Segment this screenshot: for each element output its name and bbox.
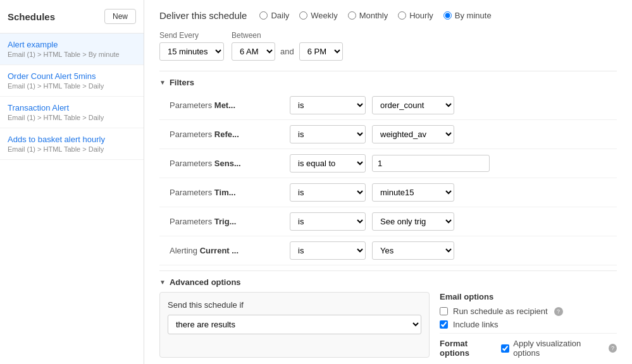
filter-label-5: Alerting Current ... bbox=[170, 246, 283, 255]
between-to-select[interactable]: 6 PM7 PM8 PM bbox=[299, 42, 343, 61]
new-button[interactable]: New bbox=[104, 9, 136, 24]
deliver-title: Deliver this schedule bbox=[159, 10, 247, 21]
send-if-box: Send this schedule if there are results … bbox=[159, 292, 430, 358]
filter-condition-3[interactable]: isis equal tois notcontainsis null bbox=[290, 183, 366, 202]
filter-value-4[interactable]: See only trig bbox=[372, 212, 454, 231]
filter-label-0: Parameters Met... bbox=[170, 100, 283, 110]
include-links-row: Include links bbox=[440, 320, 617, 329]
filter-label-1: Parameters Refe... bbox=[170, 130, 283, 139]
frequency-option-monthly[interactable]: Monthly bbox=[348, 11, 388, 20]
frequency-radio-2[interactable] bbox=[348, 11, 356, 20]
sidebar-item-3[interactable]: Adds to basket alert hourly Email (1) > … bbox=[0, 128, 144, 160]
filters-toggle[interactable]: ▼ Filters bbox=[159, 71, 617, 91]
filter-label-3: Parameters Tim... bbox=[170, 188, 283, 197]
filter-value-5[interactable]: Yes bbox=[372, 241, 454, 260]
filter-rows: Parameters Met...isis equal tois notcont… bbox=[159, 91, 617, 265]
frequency-label-2: Monthly bbox=[359, 11, 388, 20]
sidebar-item-name-1: Order Count Alert 5mins bbox=[8, 71, 136, 81]
filter-value-1[interactable]: weighted_av bbox=[372, 125, 454, 143]
between-label: Between bbox=[232, 31, 343, 40]
sidebar-item-name-2: Transaction Alert bbox=[8, 103, 136, 112]
filter-value-3[interactable]: minute15 bbox=[372, 183, 454, 202]
format-options-row: Format options Apply visualization optio… bbox=[440, 333, 617, 358]
apply-viz-label: Apply visualization options bbox=[513, 339, 604, 358]
frequency-radio-0[interactable] bbox=[259, 11, 268, 20]
sidebar-items-list: Alert example Email (1) > HTML Table > B… bbox=[0, 33, 144, 160]
filter-label-2: Parameters Sens... bbox=[170, 159, 283, 168]
run-as-info-icon[interactable]: ? bbox=[554, 307, 563, 316]
include-links-checkbox[interactable] bbox=[440, 320, 448, 329]
filter-row-0: Parameters Met...isis equal tois notcont… bbox=[159, 91, 617, 120]
send-if-title: Send this schedule if bbox=[168, 300, 421, 310]
send-every-field: Send Every 15 minutes 5 minutes 30 minut… bbox=[159, 31, 224, 61]
sidebar-item-sub-0: Email (1) > HTML Table > By minute bbox=[8, 51, 136, 58]
filter-row-5: Alerting Current ...isis equal tois notc… bbox=[159, 236, 617, 265]
email-options-box: Email options Run schedule as recipient … bbox=[440, 292, 617, 358]
filter-row-4: Parameters Trig...isis equal tois notcon… bbox=[159, 207, 617, 236]
frequency-option-hourly[interactable]: Hourly bbox=[398, 11, 433, 20]
sidebar-item-sub-2: Email (1) > HTML Table > Daily bbox=[8, 114, 136, 121]
advanced-content: Send this schedule if there are results … bbox=[159, 292, 617, 358]
sidebar-item-1[interactable]: Order Count Alert 5mins Email (1) > HTML… bbox=[0, 65, 144, 97]
run-as-recipient-row: Run schedule as recipient ? bbox=[440, 306, 617, 316]
advanced-label: Advanced options bbox=[170, 277, 241, 287]
advanced-toggle[interactable]: ▼ Advanced options bbox=[159, 271, 617, 292]
frequency-radio-1[interactable] bbox=[299, 11, 307, 20]
sidebar-item-name-0: Alert example bbox=[8, 40, 136, 49]
filter-row-2: Parameters Sens...isis equal tois notcon… bbox=[159, 149, 617, 178]
frequency-label-1: Weekly bbox=[311, 11, 337, 20]
sidebar-item-0[interactable]: Alert example Email (1) > HTML Table > B… bbox=[0, 33, 144, 65]
email-options-title: Email options bbox=[440, 292, 617, 301]
main-content: Deliver this schedule DailyWeeklyMonthly… bbox=[144, 0, 632, 364]
include-links-label: Include links bbox=[453, 320, 499, 329]
filters-label: Filters bbox=[170, 78, 194, 87]
format-options-label: Format options bbox=[440, 339, 496, 358]
apply-viz-check: Apply visualization options ? bbox=[501, 339, 617, 358]
advanced-section: ▼ Advanced options Send this schedule if… bbox=[159, 270, 617, 358]
sidebar-header: Schedules New bbox=[0, 0, 144, 33]
apply-viz-info-icon[interactable]: ? bbox=[609, 344, 617, 353]
sidebar: Schedules New Alert example Email (1) > … bbox=[0, 0, 144, 364]
send-every-label: Send Every bbox=[159, 31, 224, 40]
filter-row-3: Parameters Tim...isis equal tois notcont… bbox=[159, 178, 617, 207]
filter-condition-1[interactable]: isis equal tois notcontainsis null bbox=[290, 125, 366, 143]
frequency-label-0: Daily bbox=[271, 11, 289, 20]
filter-condition-5[interactable]: isis equal tois notcontainsis null bbox=[290, 241, 366, 260]
frequency-option-daily[interactable]: Daily bbox=[259, 11, 289, 20]
frequency-radio-group: DailyWeeklyMonthlyHourlyBy minute bbox=[259, 11, 491, 20]
sidebar-item-sub-3: Email (1) > HTML Table > Daily bbox=[8, 145, 136, 153]
filter-input-2[interactable] bbox=[372, 155, 490, 172]
filter-condition-4[interactable]: isis equal tois notcontainsis null bbox=[290, 212, 366, 231]
filters-section: ▼ Filters Parameters Met...isis equal to… bbox=[159, 71, 617, 265]
frequency-radio-3[interactable] bbox=[398, 11, 406, 20]
apply-viz-checkbox[interactable] bbox=[501, 344, 509, 353]
between-field: Between 6 AM7 AM8 AM and 6 PM7 PM8 PM bbox=[232, 31, 343, 61]
run-as-recipient-label: Run schedule as recipient bbox=[453, 306, 548, 316]
deliver-header-row: Deliver this schedule DailyWeeklyMonthly… bbox=[159, 10, 617, 21]
filter-row-1: Parameters Refe...isis equal tois notcon… bbox=[159, 120, 617, 149]
and-text: and bbox=[280, 47, 294, 56]
frequency-label-4: By minute bbox=[455, 11, 492, 20]
sidebar-item-name-3: Adds to basket alert hourly bbox=[8, 135, 136, 144]
sidebar-title: Schedules bbox=[8, 11, 55, 22]
filters-arrow-icon: ▼ bbox=[159, 79, 166, 86]
filter-label-4: Parameters Trig... bbox=[170, 217, 283, 226]
sidebar-item-2[interactable]: Transaction Alert Email (1) > HTML Table… bbox=[0, 97, 144, 128]
frequency-option-weekly[interactable]: Weekly bbox=[299, 11, 337, 20]
sidebar-item-sub-1: Email (1) > HTML Table > Daily bbox=[8, 82, 136, 90]
send-if-select[interactable]: there are results always there are no re… bbox=[168, 315, 421, 334]
run-as-recipient-checkbox[interactable] bbox=[440, 307, 448, 315]
between-from-select[interactable]: 6 AM7 AM8 AM bbox=[232, 42, 275, 61]
filter-value-0[interactable]: order_count bbox=[372, 96, 454, 114]
advanced-arrow-icon: ▼ bbox=[159, 279, 166, 286]
filter-condition-0[interactable]: isis equal tois notcontainsis null bbox=[290, 96, 366, 114]
frequency-option-by-minute[interactable]: By minute bbox=[443, 11, 492, 20]
frequency-radio-4[interactable] bbox=[443, 11, 452, 20]
frequency-label-3: Hourly bbox=[409, 11, 433, 20]
filter-condition-2[interactable]: isis equal tois notcontainsis null bbox=[290, 154, 366, 173]
send-every-select[interactable]: 15 minutes 5 minutes 30 minutes 1 hour bbox=[159, 42, 224, 61]
send-between-row: Send Every 15 minutes 5 minutes 30 minut… bbox=[159, 31, 617, 71]
